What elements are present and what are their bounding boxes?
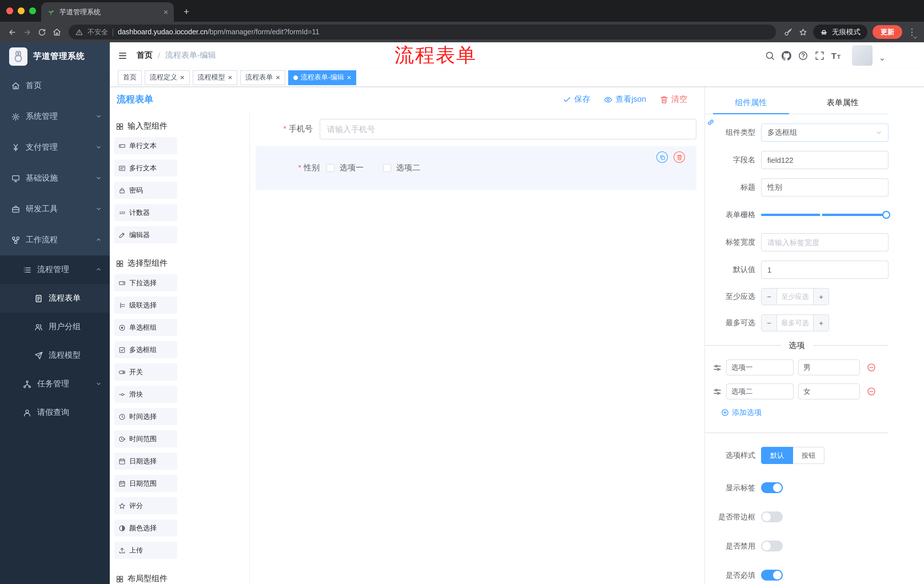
option-value-input[interactable] [798, 383, 860, 400]
palette-item-radio[interactable]: 单选框组 [114, 319, 177, 336]
palette-item-text-input[interactable]: 单行文本 [114, 137, 177, 154]
sidebar-item-process-form[interactable]: 流程表单 [0, 284, 110, 313]
field-name-input[interactable] [761, 151, 889, 169]
menu-fold-icon[interactable] [118, 51, 127, 60]
form-field-phone[interactable]: 手机号 [256, 119, 696, 140]
drag-handle-icon[interactable] [713, 387, 722, 396]
close-icon[interactable]: × [347, 74, 351, 81]
toggle-required[interactable] [761, 570, 783, 581]
bookmark-star-icon[interactable] [795, 25, 810, 39]
sidebar-item-process-management[interactable]: 流程管理 [0, 255, 110, 284]
tag-process-definition[interactable]: 流程定义× [145, 70, 190, 85]
fullscreen-icon[interactable] [815, 51, 824, 60]
option-label-input[interactable] [726, 383, 794, 400]
palette-item-cascader[interactable]: 级联选择 [114, 296, 177, 314]
toolbar-chevron-icon[interactable] [912, 34, 918, 41]
minimize-window-button[interactable] [18, 7, 25, 14]
zoom-window-button[interactable] [29, 7, 36, 14]
form-grid-slider[interactable] [761, 206, 889, 224]
home-button[interactable] [49, 25, 64, 39]
tab-component-props[interactable]: 组件属性 [705, 91, 797, 114]
add-option-button[interactable]: 添加选项 [721, 408, 889, 418]
palette-item-textarea[interactable]: 多行文本 [114, 160, 177, 176]
label-width-input[interactable] [761, 233, 889, 252]
breadcrumb-home[interactable]: 首页 [137, 50, 153, 61]
sidebar-item-payment-management[interactable]: 支付管理 [0, 132, 110, 163]
avatar[interactable] [852, 45, 873, 66]
sidebar-item-workflow[interactable]: 工作流程 [0, 225, 110, 255]
toggle-disabled[interactable] [761, 541, 783, 551]
github-icon[interactable] [781, 51, 791, 60]
palette-item-time-range[interactable]: 时间范围 [114, 430, 177, 447]
sidebar-item-home[interactable]: 首页 [0, 70, 110, 101]
component-type-select[interactable]: 多选框组 [761, 123, 889, 142]
default-value-input[interactable] [761, 261, 889, 279]
increase-button[interactable]: + [813, 289, 828, 304]
toggle-show-label[interactable] [761, 482, 783, 493]
view-json-button[interactable]: 查看json [604, 94, 646, 105]
remove-option-icon[interactable] [867, 387, 876, 396]
search-icon[interactable] [765, 51, 774, 60]
close-icon[interactable]: × [180, 74, 185, 81]
reload-button[interactable] [34, 25, 49, 39]
decrease-button[interactable]: − [762, 289, 777, 304]
tag-process-model[interactable]: 流程模型× [192, 70, 237, 85]
save-button[interactable]: 保存 [563, 94, 591, 105]
option-value-input[interactable] [798, 359, 860, 375]
delete-component-button[interactable] [673, 151, 685, 163]
form-canvas[interactable]: 手机号 性别 [250, 112, 705, 584]
style-default-button[interactable]: 默认 [761, 447, 793, 464]
slider-handle[interactable] [882, 211, 890, 219]
tag-process-form[interactable]: 流程表单× [240, 70, 285, 85]
copy-component-button[interactable] [657, 151, 668, 163]
min-count-input[interactable]: 至少应选 [777, 289, 813, 304]
tag-home[interactable]: 首页 [118, 70, 142, 85]
tab-close-icon[interactable]: × [163, 7, 168, 16]
sidebar-item-infrastructure[interactable]: 基础设施 [0, 163, 110, 194]
update-button[interactable]: 更新 [873, 25, 902, 39]
palette-item-lock[interactable]: 密码 [114, 182, 177, 199]
palette-item-slider[interactable]: 滑块 [114, 386, 177, 403]
palette-item-checkbox[interactable]: 多选框组 [114, 341, 177, 358]
clear-button[interactable]: 清空 [660, 94, 687, 105]
close-window-button[interactable] [6, 7, 13, 14]
max-count-input[interactable]: 最多可选 [777, 315, 813, 331]
sidebar-item-user-group[interactable]: 用户分组 [0, 313, 110, 341]
form-field-gender-selected[interactable]: 性别 选项一 选项二 [256, 146, 696, 190]
decrease-button[interactable]: − [762, 315, 777, 331]
drag-handle-icon[interactable] [713, 363, 722, 372]
font-size-icon[interactable]: TT [831, 51, 840, 60]
sidebar-item-process-model[interactable]: 流程模型 [0, 341, 110, 370]
palette-item-switch[interactable]: 开关 [114, 364, 177, 380]
increase-button[interactable]: + [813, 315, 828, 331]
checkbox-option-2[interactable]: 选项二 [383, 163, 420, 173]
palette-item-date[interactable]: 日期选择 [114, 452, 177, 470]
palette-item-upload[interactable]: 上传 [114, 542, 177, 559]
tag-process-form-edit[interactable]: 流程表单-编辑× [288, 70, 356, 85]
help-icon[interactable] [798, 51, 808, 60]
avatar-caret-icon[interactable] [879, 57, 885, 62]
checkbox-option-1[interactable]: 选项一 [327, 163, 364, 173]
new-tab-button[interactable]: + [180, 5, 193, 19]
option-label-input[interactable] [726, 359, 794, 375]
title-input[interactable] [761, 178, 889, 197]
palette-item-time[interactable]: 时间选择 [114, 408, 177, 425]
sidebar-item-task-management[interactable]: 任务管理 [0, 370, 110, 398]
link-icon[interactable] [706, 118, 715, 127]
address-bar[interactable]: 不安全 dashboard.yudao.iocoder.cn/bpm/manag… [69, 25, 776, 39]
sidebar-item-dev-tools[interactable]: 研发工具 [0, 194, 110, 225]
browser-tab[interactable]: 芋道管理系统 × [41, 2, 174, 22]
phone-input[interactable] [320, 119, 696, 140]
close-icon[interactable]: × [276, 74, 280, 81]
palette-item-counter[interactable]: 123计数器 [114, 204, 177, 221]
palette-item-star[interactable]: 评分 [114, 497, 177, 514]
palette-item-select[interactable]: 下拉选择 [114, 274, 177, 291]
forward-button[interactable] [20, 25, 34, 39]
close-icon[interactable]: × [228, 74, 232, 81]
style-button-button[interactable]: 按钮 [793, 447, 825, 464]
back-button[interactable] [5, 25, 20, 39]
palette-item-editor[interactable]: 编辑器 [114, 226, 177, 243]
palette-item-color[interactable]: 颜色选择 [114, 520, 177, 536]
sidebar-item-system-management[interactable]: 系统管理 [0, 101, 110, 132]
palette-item-date-range[interactable]: 日期范围 [114, 475, 177, 492]
